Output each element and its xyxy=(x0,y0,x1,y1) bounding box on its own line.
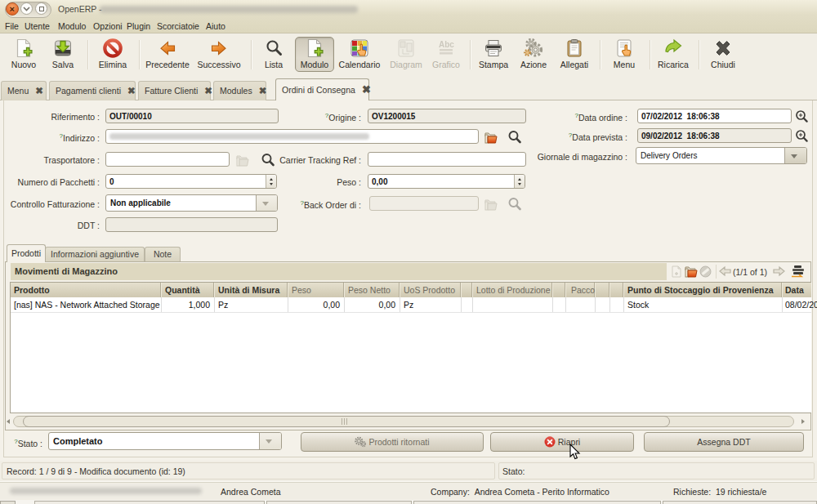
svg-text:Abc: Abc xyxy=(439,40,454,49)
